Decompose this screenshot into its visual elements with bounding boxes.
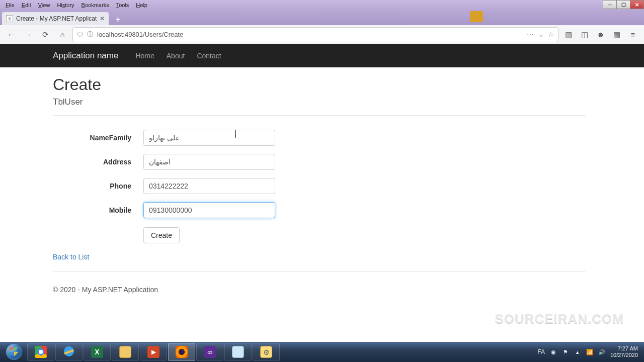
app-brand[interactable]: Application name: [53, 51, 118, 61]
divider: [53, 115, 586, 116]
powerpoint-icon: [147, 346, 159, 358]
watermark: SOURCEIRAN.COM: [495, 311, 624, 327]
tray-network-icon[interactable]: 📶: [586, 348, 593, 355]
page-subheading: TblUser: [53, 97, 644, 107]
notepad-icon: [232, 346, 244, 358]
window-minimize-button[interactable]: ─: [603, 0, 617, 9]
menu-history[interactable]: History: [53, 1, 77, 9]
menu-bookmarks[interactable]: Bookmarks: [78, 1, 113, 9]
label-namefamily: NameFamily: [53, 134, 143, 142]
page-actions-icon[interactable]: ⋯: [527, 31, 534, 39]
window-buttons: ─ ☐ ✕: [603, 0, 644, 9]
url-text: localhost:49801/Users/Create: [97, 31, 523, 38]
back-to-list-link[interactable]: Back to List: [53, 253, 89, 261]
ie-icon: [63, 346, 75, 358]
address-bar[interactable]: 🛡 ⓘ localhost:49801/Users/Create ⋯ ⌄ ☆: [72, 27, 558, 42]
extensions-icon[interactable]: ▦: [610, 28, 624, 42]
shield-icon: 🛡: [77, 31, 83, 38]
page-heading: Create: [53, 75, 644, 94]
start-orb-icon: [6, 344, 22, 360]
info-icon: ⓘ: [87, 30, 93, 39]
chrome-icon: [35, 346, 47, 358]
menu-edit[interactable]: Edit: [18, 1, 35, 9]
taskbar-notepad[interactable]: [224, 343, 252, 361]
windows-taskbar: FA ◉ ⚑ ▴ 📶 🔊 7:27 AM 10/27/2020: [0, 342, 644, 362]
firefox-account-badge[interactable]: [470, 11, 483, 22]
footer-divider: [53, 271, 586, 272]
ssms-icon: [260, 346, 272, 358]
forward-button[interactable]: →: [21, 28, 35, 42]
new-tab-button[interactable]: +: [112, 14, 124, 25]
menu-file[interactable]: File: [2, 1, 18, 9]
nav-home[interactable]: Home: [135, 52, 154, 60]
window-close-button[interactable]: ✕: [630, 0, 644, 9]
bookmark-star-icon[interactable]: ☆: [548, 31, 554, 38]
home-button[interactable]: ⌂: [55, 28, 69, 42]
pocket-icon[interactable]: ⌄: [538, 31, 544, 38]
library-icon[interactable]: ▥: [561, 28, 576, 42]
tray-date: 10/27/2020: [610, 352, 638, 358]
start-button[interactable]: [2, 343, 26, 361]
input-namefamily[interactable]: [143, 130, 275, 146]
input-mobile[interactable]: [143, 202, 275, 218]
app-navbar: Application name Home About Contact: [0, 44, 644, 67]
input-address[interactable]: [143, 154, 275, 170]
tray-time: 7:27 AM: [610, 345, 638, 352]
explorer-icon: [119, 346, 131, 358]
taskbar-excel[interactable]: [84, 343, 111, 361]
tray-show-hidden-icon[interactable]: ▴: [574, 348, 581, 355]
page-content: Create TblUser NameFamily Address Phone …: [0, 67, 644, 294]
taskbar-chrome[interactable]: [27, 343, 54, 361]
nav-about[interactable]: About: [167, 52, 185, 60]
menu-help[interactable]: Help: [132, 1, 151, 9]
sidebar-icon[interactable]: ◫: [578, 28, 592, 42]
menu-view[interactable]: View: [35, 1, 54, 9]
browser-tab[interactable]: ⎘ Create - My ASP.NET Applicat ✕: [2, 12, 109, 25]
browser-toolbar: ← → ⟳ ⌂ 🛡 ⓘ localhost:49801/Users/Create…: [0, 25, 644, 44]
excel-icon: [91, 346, 103, 358]
tray-action-center-icon[interactable]: ⚑: [562, 348, 569, 355]
taskbar-ssms[interactable]: [253, 343, 280, 361]
nav-contact[interactable]: Contact: [197, 52, 221, 60]
window-maximize-button[interactable]: ☐: [616, 0, 630, 9]
account-icon[interactable]: ☻: [594, 28, 608, 42]
taskbar-ie[interactable]: [55, 343, 83, 361]
back-button[interactable]: ←: [4, 28, 18, 42]
footer-text: © 2020 - My ASP.NET Application: [53, 286, 644, 294]
taskbar-explorer[interactable]: [112, 343, 139, 361]
firefox-icon: [176, 346, 188, 358]
visualstudio-icon: [204, 346, 216, 358]
label-mobile: Mobile: [53, 206, 143, 214]
tab-title: Create - My ASP.NET Applicat: [16, 15, 97, 22]
create-button[interactable]: Create: [143, 227, 180, 243]
tray-clock[interactable]: 7:27 AM 10/27/2020: [610, 345, 638, 358]
tray-volume-icon[interactable]: 🔊: [598, 348, 605, 355]
tray-language[interactable]: FA: [537, 348, 545, 355]
tab-close-button[interactable]: ✕: [100, 15, 105, 22]
taskbar-firefox[interactable]: [168, 343, 195, 361]
reload-button[interactable]: ⟳: [38, 28, 52, 42]
taskbar-visualstudio[interactable]: [196, 343, 223, 361]
input-phone[interactable]: [143, 178, 275, 194]
browser-tabbar: ⎘ Create - My ASP.NET Applicat ✕ +: [0, 10, 644, 25]
menu-tools[interactable]: Tools: [113, 1, 133, 9]
label-phone: Phone: [53, 182, 143, 190]
browser-menubar: File Edit View History Bookmarks Tools H…: [0, 0, 644, 10]
taskbar-powerpoint[interactable]: [140, 343, 167, 361]
label-address: Address: [53, 158, 143, 166]
tray-shield-icon[interactable]: ◉: [550, 348, 557, 355]
hamburger-menu-icon[interactable]: ≡: [626, 28, 640, 42]
tab-favicon: ⎘: [6, 15, 13, 22]
system-tray: FA ◉ ⚑ ▴ 📶 🔊 7:27 AM 10/27/2020: [537, 345, 642, 358]
